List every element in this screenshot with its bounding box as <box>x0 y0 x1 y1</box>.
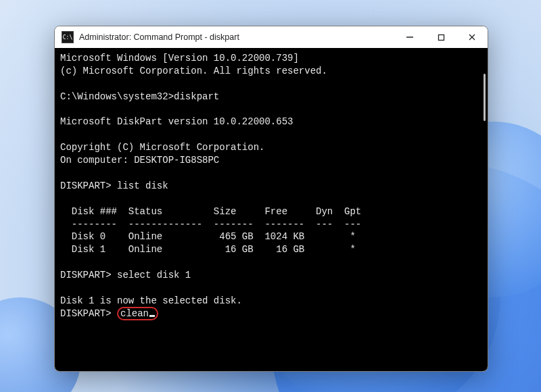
disk-table-row: Disk 0 Online 465 GB 1024 KB * <box>60 231 356 242</box>
disk-table-header: Disk ### Status Size Free Dyn Gpt <box>60 206 361 217</box>
terminal-line: Disk 1 is now the selected disk. <box>60 295 242 306</box>
terminal-line: DISKPART> list disk <box>60 180 168 191</box>
terminal-line: Microsoft DiskPart version 10.0.22000.65… <box>60 116 293 127</box>
command-prompt-window: C:\ Administrator: Command Prompt - disk… <box>54 26 488 372</box>
close-icon <box>468 33 476 41</box>
scrollbar-thumb[interactable] <box>484 74 486 121</box>
maximize-button[interactable] <box>425 26 456 48</box>
terminal-line: DISKPART> select disk 1 <box>60 270 191 280</box>
minimize-button[interactable] <box>394 26 425 48</box>
terminal-line: (c) Microsoft Corporation. All rights re… <box>60 66 327 76</box>
titlebar[interactable]: C:\ Administrator: Command Prompt - disk… <box>55 26 488 48</box>
terminal-line: Microsoft Windows [Version 10.0.22000.73… <box>60 53 299 64</box>
clean-command-highlight: clean <box>117 307 158 320</box>
desktop-wallpaper: C:\ Administrator: Command Prompt - disk… <box>0 0 541 392</box>
terminal-area[interactable]: Microsoft Windows [Version 10.0.22000.73… <box>55 48 488 371</box>
minimize-icon <box>406 33 414 41</box>
svg-rect-1 <box>438 34 444 40</box>
close-button[interactable] <box>456 26 488 48</box>
terminal-line: On computer: DESKTOP-IG8S8PC <box>60 155 219 166</box>
diskpart-prompt: DISKPART> <box>60 308 117 319</box>
clean-command-text: clean <box>120 308 149 319</box>
disk-table-row: Disk 1 Online 16 GB 16 GB * <box>60 244 356 255</box>
cmd-icon: C:\ <box>62 31 74 43</box>
terminal-line: Copyright (C) Microsoft Corporation. <box>60 142 264 153</box>
window-title: Administrator: Command Prompt - diskpart <box>79 32 394 42</box>
window-controls <box>394 26 488 48</box>
text-cursor <box>149 315 155 317</box>
disk-table-divider: -------- ------------- ------- ------- -… <box>60 219 361 230</box>
maximize-icon <box>438 34 445 41</box>
terminal-line: C:\Windows\system32>diskpart <box>60 91 219 102</box>
